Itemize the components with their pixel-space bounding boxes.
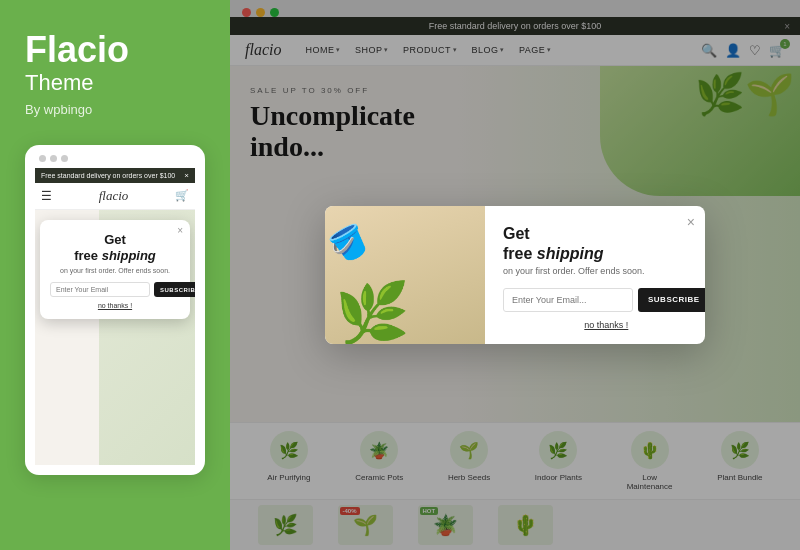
brand-title: Flacio [25, 30, 205, 70]
mobile-popup-close-icon[interactable]: × [177, 225, 183, 236]
right-panel: Free standard delivery on orders over $1… [230, 0, 800, 550]
desktop-nothanks-link[interactable]: no thanks ! [503, 320, 705, 330]
mobile-menu-icon[interactable]: ☰ [41, 189, 52, 203]
left-panel: Flacio Theme By wpbingo Free standard de… [0, 0, 230, 550]
desktop-popup-content: × Get free shipping on your first order.… [485, 206, 705, 343]
desktop-popup-close-icon[interactable]: × [687, 214, 695, 230]
desktop-popup-title: Get free shipping [503, 224, 705, 262]
mobile-cart-icon[interactable]: 🛒 [175, 189, 189, 202]
mobile-content-area: × Get free shipping on your first order.… [35, 210, 195, 465]
mobile-banner-text: Free standard delivery on orders over $1… [41, 172, 175, 179]
mobile-popup-form: SUBSCRIBE [50, 282, 180, 297]
mobile-dot-3 [61, 155, 68, 162]
mobile-email-input[interactable] [50, 282, 150, 297]
desktop-email-input[interactable] [503, 288, 633, 312]
watering-can-icon: 🪣 [325, 219, 373, 268]
brand-subtitle: Theme [25, 70, 205, 96]
mobile-header: ☰ flacio 🛒 [35, 183, 195, 210]
mobile-dot-1 [39, 155, 46, 162]
mobile-browser-dots [35, 155, 195, 162]
desktop-popup: 🪣 🌿 × Get free shipping on your first or… [325, 206, 705, 343]
mobile-popup-title: Get free shipping [50, 232, 180, 266]
mobile-banner-close-icon[interactable]: × [184, 171, 189, 180]
mobile-site-banner: Free standard delivery on orders over $1… [35, 168, 195, 183]
desktop-popup-image: 🪣 🌿 [325, 206, 485, 343]
mobile-mockup: Free standard delivery on orders over $1… [25, 145, 205, 475]
desktop-popup-form: SUBSCRIBE [503, 288, 705, 312]
desktop-overlay[interactable]: 🪣 🌿 × Get free shipping on your first or… [230, 0, 800, 550]
mobile-logo: flacio [99, 188, 129, 204]
brand-by: By wpbingo [25, 102, 205, 117]
mobile-popup-subtitle: on your first order. Offer ends soon. [50, 267, 180, 274]
mobile-nothanks-link[interactable]: no thanks ! [50, 302, 180, 309]
mobile-popup: × Get free shipping on your first order.… [40, 220, 190, 320]
popup-plant-icon: 🌿 [335, 278, 410, 344]
desktop-popup-subtitle: on your first order. Offer ends soon. [503, 266, 705, 276]
mobile-subscribe-button[interactable]: SUBSCRIBE [154, 282, 195, 297]
mobile-dot-2 [50, 155, 57, 162]
desktop-subscribe-button[interactable]: SUBSCRIBE [638, 288, 705, 312]
